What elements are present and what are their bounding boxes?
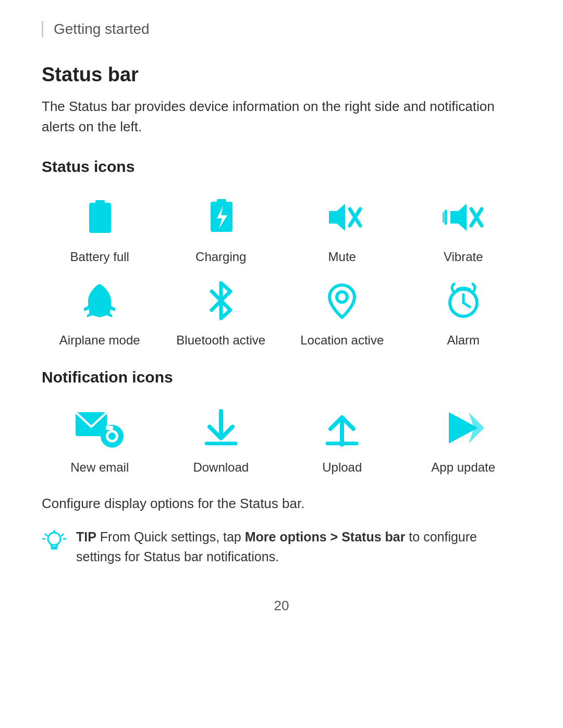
upload-item: Upload <box>284 402 400 475</box>
battery-full-item: Battery full <box>42 191 158 264</box>
tip-label: TIP <box>76 529 96 544</box>
notification-icons-grid: New email Download Upload <box>42 402 521 475</box>
page-title: Status bar <box>42 64 521 86</box>
breadcrumb: Getting started <box>42 21 521 38</box>
app-update-label: App update <box>431 460 495 475</box>
charging-item: Charging <box>163 191 279 264</box>
svg-line-32 <box>62 534 63 536</box>
status-icons-grid: Battery full Charging Mute <box>42 191 521 348</box>
new-email-item: New email <box>42 402 158 475</box>
alarm-icon <box>437 275 489 327</box>
tip-box: TIP From Quick settings, tap More option… <box>42 527 521 566</box>
tip-text-before: From Quick settings, tap <box>96 529 245 544</box>
location-item: Location active <box>284 275 400 348</box>
svg-rect-3 <box>217 199 226 203</box>
svg-rect-1 <box>95 200 105 204</box>
section-description: The Status bar provides device informati… <box>42 96 521 137</box>
upload-label: Upload <box>322 460 362 475</box>
tip-icon <box>42 528 67 553</box>
configure-text: Configure display options for the Status… <box>42 496 521 512</box>
location-label: Location active <box>300 333 384 348</box>
svg-line-16 <box>463 303 470 307</box>
airplane-label: Airplane mode <box>59 333 140 348</box>
alarm-item: Alarm <box>406 275 522 348</box>
svg-line-31 <box>45 534 47 536</box>
svg-marker-8 <box>450 204 467 231</box>
vibrate-item: Vibrate <box>406 191 522 264</box>
svg-point-20 <box>108 433 116 440</box>
notification-icons-heading: Notification icons <box>42 368 521 386</box>
mute-label: Mute <box>328 250 356 264</box>
tip-bold: More options > Status bar <box>245 529 406 544</box>
download-item: Download <box>163 402 279 475</box>
upload-icon <box>316 402 368 454</box>
svg-point-27 <box>48 533 60 545</box>
bluetooth-label: Bluetooth active <box>176 333 265 348</box>
battery-full-label: Battery full <box>70 250 129 264</box>
new-email-label: New email <box>70 460 129 475</box>
download-label: Download <box>193 460 249 475</box>
location-icon <box>316 275 368 327</box>
vibrate-icon <box>437 191 489 243</box>
status-icons-heading: Status icons <box>42 158 521 176</box>
alarm-label: Alarm <box>447 333 480 348</box>
new-email-icon <box>74 402 126 454</box>
charging-icon <box>195 191 247 243</box>
svg-marker-5 <box>329 204 345 231</box>
tip-text: TIP From Quick settings, tap More option… <box>76 527 521 566</box>
battery-full-icon <box>74 191 126 243</box>
mute-icon <box>316 191 368 243</box>
download-icon <box>195 402 247 454</box>
mute-item: Mute <box>284 191 400 264</box>
svg-rect-0 <box>89 203 111 233</box>
bluetooth-item: Bluetooth active <box>163 275 279 348</box>
svg-rect-21 <box>106 426 113 430</box>
app-update-icon <box>437 402 489 454</box>
airplane-item: Airplane mode <box>42 275 158 348</box>
page-number: 20 <box>42 598 521 614</box>
charging-label: Charging <box>195 250 246 264</box>
vibrate-label: Vibrate <box>444 250 483 264</box>
svg-point-13 <box>337 292 347 302</box>
airplane-icon <box>74 275 126 327</box>
app-update-item: App update <box>406 402 522 475</box>
bluetooth-icon <box>195 275 247 327</box>
